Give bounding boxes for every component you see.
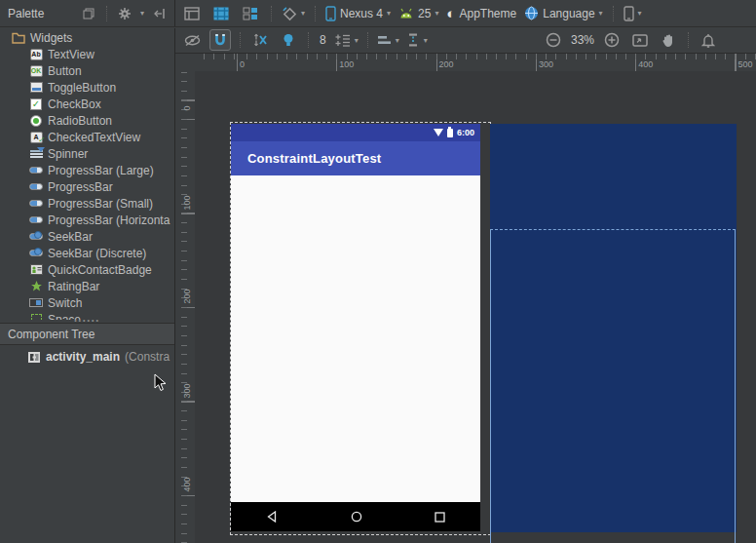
align-button[interactable]: ▾ bbox=[377, 34, 399, 46]
v-ruler-label: 100 bbox=[182, 191, 192, 214]
margins-button[interactable]: ▾ bbox=[335, 33, 359, 47]
virtual-device-button[interactable]: ▾ bbox=[624, 6, 642, 21]
v-ruler-label: 400 bbox=[182, 473, 192, 496]
palette-item-radiobutton[interactable]: RadioButton bbox=[0, 112, 174, 129]
phone-icon bbox=[325, 6, 336, 21]
device-selector[interactable]: Nexus 4 ▾ bbox=[325, 6, 391, 21]
blueprint-view-icon[interactable] bbox=[210, 3, 232, 24]
palette-item-quickcontactbadge[interactable]: QuickContactBadge bbox=[0, 261, 174, 278]
api-selector[interactable]: 25 ▾ bbox=[398, 7, 438, 20]
palette-item-progressbar-horizonta[interactable]: ProgressBar (Horizonta bbox=[0, 212, 174, 228]
ratingbar-icon bbox=[29, 280, 43, 292]
checkbox-icon: ✓ bbox=[29, 97, 43, 110]
canvas-toolbar: 8 ▾ ▾ ▾ 33% bbox=[175, 27, 756, 54]
notifications-bell-icon[interactable] bbox=[698, 29, 719, 51]
margins-icon bbox=[335, 33, 351, 47]
caret-down-icon: ▾ bbox=[424, 36, 428, 45]
palette-item-seekbar-discrete[interactable]: SeekBar (Discrete) bbox=[0, 245, 174, 261]
locale-selector[interactable]: Language ▾ bbox=[524, 6, 602, 20]
zoom-out-button[interactable] bbox=[543, 29, 564, 51]
palette-item-spinner[interactable]: Spinner bbox=[0, 145, 174, 162]
folder-icon bbox=[12, 31, 25, 44]
component-tree-root-item[interactable]: activity_main (Constra bbox=[0, 348, 174, 366]
pan-button[interactable] bbox=[658, 29, 679, 51]
progressbar-icon bbox=[29, 197, 43, 210]
phone-outline-icon bbox=[624, 6, 634, 21]
default-margin-value[interactable]: 8 bbox=[318, 33, 328, 47]
v-ruler-label: 300 bbox=[182, 379, 192, 403]
design-canvas[interactable]: 0100200300400 0100200300400500 6:00 Cons… bbox=[175, 54, 756, 543]
palette-item-switch[interactable]: Switch bbox=[0, 294, 174, 311]
palette-item-seekbar[interactable]: SeekBar bbox=[0, 228, 174, 245]
palette-item-togglebutton[interactable]: ToggleButton bbox=[0, 79, 174, 96]
palette-item-checkedtextview[interactable]: A✓ CheckedTextView bbox=[0, 129, 174, 145]
clear-constraints-icon[interactable] bbox=[249, 29, 271, 51]
blueprint-surface[interactable] bbox=[490, 124, 737, 532]
theme-label: AppTheme bbox=[460, 7, 517, 20]
show-constraints-icon[interactable] bbox=[181, 29, 203, 51]
palette-item-progressbar[interactable]: ProgressBar bbox=[0, 178, 174, 195]
caret-down-icon: ▾ bbox=[396, 36, 399, 45]
spinner-icon bbox=[29, 147, 43, 160]
horizontal-ruler: 0100200300400500 bbox=[195, 54, 756, 71]
theme-icon: ◐ bbox=[446, 7, 455, 20]
both-views-icon[interactable] bbox=[240, 3, 261, 24]
divider bbox=[688, 32, 689, 48]
switch-icon bbox=[29, 296, 43, 309]
h-ruler-label: 500 bbox=[738, 59, 753, 69]
divider bbox=[240, 32, 241, 48]
palette-item-progressbar-large[interactable]: ProgressBar (Large) bbox=[0, 162, 174, 178]
device-content-area[interactable] bbox=[231, 175, 480, 502]
hide-panel-icon[interactable] bbox=[149, 3, 170, 24]
zoom-in-button[interactable] bbox=[601, 29, 623, 51]
design-surface-device[interactable]: 6:00 ConstraintLayoutTest bbox=[231, 124, 480, 531]
guidelines-button[interactable]: ▾ bbox=[406, 33, 428, 47]
restore-panel-icon[interactable] bbox=[78, 3, 99, 24]
guideline-icon bbox=[406, 33, 420, 47]
zoom-to-fit-button[interactable] bbox=[629, 29, 651, 51]
palette-item-textview[interactable]: Ab TextView bbox=[0, 46, 174, 62]
divider bbox=[613, 6, 614, 21]
zoom-level-value: 33% bbox=[571, 33, 594, 47]
infer-constraints-icon[interactable] bbox=[278, 29, 299, 51]
theme-selector[interactable]: ◐ AppTheme bbox=[446, 7, 516, 20]
divider bbox=[367, 32, 368, 48]
caret-down-icon: ▾ bbox=[355, 36, 359, 45]
top-toolbar: Palette ▾ bbox=[0, 0, 756, 27]
palette-panel: Widgets Ab TextView OK Button ToggleButt… bbox=[0, 28, 175, 543]
palette-panel-header: Palette ▾ bbox=[0, 0, 175, 26]
palette-item-ratingbar[interactable]: RatingBar bbox=[0, 278, 174, 294]
constraintlayout-icon bbox=[27, 351, 41, 364]
orientation-button[interactable]: ▾ bbox=[282, 6, 305, 21]
palette-item-checkbox[interactable]: ✓ CheckBox bbox=[0, 96, 174, 112]
battery-icon bbox=[447, 129, 453, 137]
palette-item-progressbar-small[interactable]: ProgressBar (Small) bbox=[0, 195, 174, 212]
palette-list: Widgets Ab TextView OK Button ToggleButt… bbox=[0, 28, 174, 320]
device-nav-bar bbox=[231, 502, 480, 531]
device-label: Nexus 4 bbox=[340, 7, 383, 20]
design-view-icon[interactable] bbox=[181, 3, 203, 24]
palette-group-widgets[interactable]: Widgets bbox=[0, 29, 174, 46]
textview-icon: Ab bbox=[29, 48, 43, 60]
magnet-icon bbox=[213, 33, 227, 47]
autoconnect-toggle[interactable] bbox=[209, 29, 231, 51]
caret-down-icon: ▾ bbox=[599, 9, 603, 18]
palette-item-button[interactable]: OK Button bbox=[0, 62, 174, 79]
component-tree-title: Component Tree bbox=[8, 328, 94, 341]
radiobutton-icon bbox=[29, 114, 43, 127]
panel-splitter-handle[interactable]: •••••• bbox=[0, 317, 174, 324]
component-tree-header: Component Tree bbox=[0, 324, 174, 345]
caret-down-icon: ▾ bbox=[435, 9, 438, 18]
divider bbox=[271, 6, 272, 21]
divider bbox=[106, 6, 107, 21]
v-ruler-label: 0 bbox=[182, 97, 192, 120]
caret-down-icon: ▾ bbox=[301, 9, 305, 18]
nav-recents-icon bbox=[435, 512, 445, 523]
palette-group-label: Widgets bbox=[30, 31, 72, 45]
globe-icon bbox=[524, 6, 539, 20]
api-level-label: 25 bbox=[418, 7, 431, 20]
gear-caret-icon: ▾ bbox=[140, 9, 144, 18]
gear-icon[interactable] bbox=[114, 3, 135, 24]
component-tree-root-label: activity_main bbox=[46, 350, 120, 364]
palette-title: Palette bbox=[8, 7, 78, 20]
